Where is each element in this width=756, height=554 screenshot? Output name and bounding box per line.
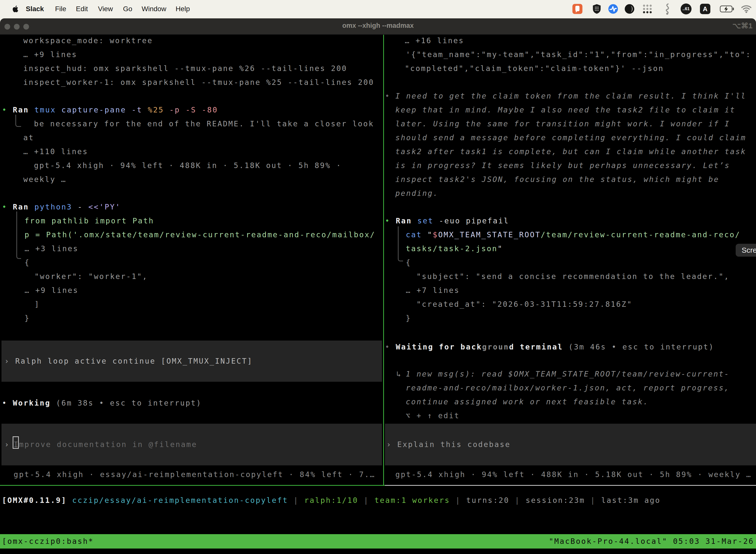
command-name: tmux [35,103,56,117]
mailbox-message-line: continue assigned work or next feasible … [406,395,649,409]
command-args: -euo pipefail [439,214,509,228]
mailbox-message-line: 1 new msg(s): read $OMX_TEAM_STATE_ROOT/… [406,367,730,381]
wifi-icon[interactable] [741,3,752,14]
ran-command-set: • Ran set -euo pipefail [385,214,509,228]
output-elbow-connector [398,226,403,261]
waiting-status: • Waiting for background terminal (3m 46… [385,340,714,354]
collapsed-lines-indicator: … +110 lines [23,145,88,159]
menu-go[interactable]: Go [123,0,132,18]
collapsed-lines-indicator: … +16 lines [405,34,464,48]
omx-version: [OMX#0.11.9] [2,493,67,507]
tmux-session-name: [omx-cczip0:bash* [2,534,94,549]
json-output-line: "subject": "send a concise recommendatio… [417,270,730,283]
menu-window[interactable]: Window [142,0,167,18]
thinking-line: I need to get the claim token from the c… [395,89,746,103]
command-bullet: • [2,200,7,214]
menu-app-slack[interactable]: Slack [26,0,44,18]
menu-file[interactable]: File [55,0,66,18]
message-arrow: ↳ [396,367,402,381]
separator: | [455,493,461,507]
menu-edit[interactable]: Edit [76,0,88,18]
waiting-label-shimmer: groun [482,342,509,351]
project-path: cczip/essay/ai-reimplementation-copyleft [72,493,288,507]
team-workers: team:1 workers [375,493,450,507]
separator: | [364,493,369,507]
input-source-icon[interactable]: A [700,4,710,14]
thinking-line: keep that in mind. Maybe I also need the… [395,103,736,117]
prompt-chevron: › [386,438,392,451]
command-output-line: weekly … [23,172,66,186]
waiting-label: Waiting for background terminal [396,340,563,354]
right-pane-status-line: gpt-5.4 xhigh · 94% left · 488K in · 5.1… [395,467,752,482]
collapsed-lines-indicator: … +9 lines [23,48,77,62]
menu-bar: Slack File Edit View Go Window Help [0,0,756,18]
overlay-tooltip: Scre [736,244,756,257]
json-output-line: "created_at": "2026-03-31T11:59:27.816Z" [417,297,632,311]
cat-command-line: cat "$OMX_TEAM_STATE_ROOT/team/review-cu… [406,228,740,242]
input-placeholder[interactable]: Improve documentation in @filename [14,438,197,451]
tmux-host-clock: "MacBook-Pro-44.local" 05:03 31-Mar-26 [549,534,754,549]
command-output-line: gpt-5.4 xhigh · 94% left · 488K in · 5.1… [34,159,341,172]
separator: | [294,493,299,507]
crescent-app-icon[interactable] [624,3,635,14]
thinking-line: pending. [395,186,439,200]
percent-badge-icon[interactable]: ..61 [681,3,692,14]
window-title: omx --xhigh --madmax [342,22,414,30]
json-output-line: } [406,311,411,325]
battery-icon[interactable] [720,5,734,12]
tmux-status-bar: [omx-cczip0:bash* "MacBook-Pro-44.local"… [0,534,756,549]
chat-app-icon[interactable] [572,3,583,14]
close-button[interactable] [4,24,10,30]
zoom-button[interactable] [23,24,29,30]
thinking-line: should send a message before completing … [395,131,746,145]
command-name: python3 [35,200,72,214]
minimize-button[interactable] [14,24,19,30]
code-line: p = Path('.omx/state/team/review-current… [24,228,376,242]
terminal-line: inspect_worker-1: omx sparkshell --tmux-… [23,75,374,89]
json-output-line: { [406,256,411,270]
left-pane-status-line: gpt-5.4 xhigh · essay/ai-reimplementatio… [14,467,375,482]
cat-command-line-2: tasks/task-2.json" [406,242,503,256]
automation-icon[interactable] [662,3,673,15]
menu-help[interactable]: Help [176,0,190,18]
quote-char: " [427,230,433,239]
json-output-line: { [24,256,30,270]
prompt-chevron: › [4,438,10,451]
waiting-label-part: d terminal [509,342,563,351]
ralph-counter: ralph:1/10 [304,493,359,507]
explain-suggestion[interactable]: › Explain this codebase [386,438,511,451]
menu-view[interactable]: View [98,0,113,18]
left-pane-bottom-border [0,485,385,486]
session-duration: session:23m [525,493,585,507]
terminal-line: workspace_mode: worktree [23,34,153,48]
thinking-bullet: • [385,89,390,103]
collapsed-lines-indicator: … +9 lines [24,283,79,297]
pane-divider[interactable] [383,35,384,486]
network-bolt-icon[interactable] [608,3,619,14]
path-segment: /team/review-current-readme-and-reco/ [541,230,740,239]
apple-icon[interactable] [11,4,20,13]
command-arg: - [78,200,83,214]
mailbox-message-line: readme-and-reco/mailbox/worker-1.json, a… [406,381,730,395]
waiting-detail: (3m 46s • esc to interrupt) [568,340,714,354]
ralph-loop-text: Ralph loop active continue [OMX_TMUX_INJ… [15,354,253,368]
waiting-label-part: Waiting for back [396,342,482,351]
code-line: from pathlib import Path [24,214,154,228]
heredoc-marker: <<'PY' [88,200,121,214]
working-label: Working [13,396,51,410]
dots-grid-icon[interactable] [642,4,652,14]
right-pane-bottom-border [385,485,756,486]
status-bullet: • [385,340,390,354]
prompt-chevron: › [4,354,10,368]
working-detail: (6m 38s • esc to interrupt) [56,396,202,410]
command-flag: -p [170,103,180,117]
separator: | [515,493,520,507]
window-shortcut-badge: ⌥⌘1 [733,21,753,30]
omx-status-bar: [OMX#0.11.9] cczip/essay/ai-reimplementa… [2,493,660,507]
thinking-line: task2 after task1 is complete, but can I… [395,145,746,159]
command-flag: -S [186,103,196,117]
json-output-line: "worker": "worker-1", [35,270,148,283]
ran-command-tmux: • Ran tmux capture-pane -t %25 -p -S -80 [2,103,218,117]
terminal-line: "completed","claim_token":"claim-token"}… [405,62,664,75]
shield-grid-icon[interactable] [591,3,602,14]
